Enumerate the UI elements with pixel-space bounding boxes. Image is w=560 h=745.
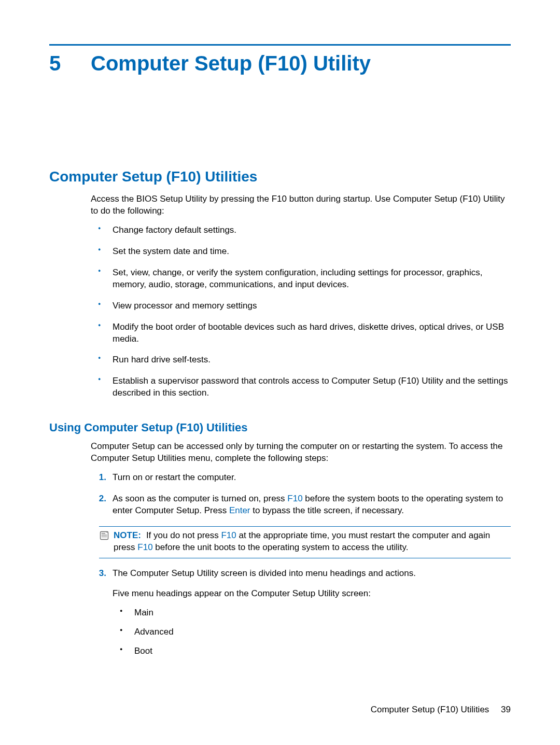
key-f10: F10 (221, 530, 236, 540)
subsection-intro: Computer Setup can be accessed only by t… (91, 441, 511, 465)
step-text: As soon as the computer is turned on, pr… (113, 494, 287, 503)
key-f10: F10 (287, 494, 302, 503)
list-item: Modify the boot order of bootable device… (91, 321, 511, 345)
step-text: Turn on or restart the computer. (113, 472, 236, 482)
step-item: As soon as the computer is turned on, pr… (91, 493, 511, 517)
note-icon (99, 530, 109, 541)
document-page: 5 Computer Setup (F10) Utility Computer … (0, 0, 560, 745)
section-title: Computer Setup (F10) Utilities (49, 168, 511, 185)
footer-section-name: Computer Setup (F10) Utilities (371, 705, 489, 714)
list-item: Main (113, 607, 511, 619)
list-item: Boot (113, 645, 511, 657)
chapter-rule (49, 44, 511, 46)
list-item: Establish a supervisor password that con… (91, 375, 511, 399)
note-content: NOTE:If you do not press F10 at the appr… (114, 530, 511, 554)
note-label: NOTE: (114, 530, 141, 540)
key-f10: F10 (137, 542, 152, 552)
key-enter: Enter (229, 505, 250, 515)
chapter-title: Computer Setup (F10) Utility (91, 52, 371, 75)
steps-list: Turn on or restart the computer. As soon… (91, 472, 511, 526)
list-item: Set, view, change, or verify the system … (91, 267, 511, 291)
list-item: Change factory default settings. (91, 224, 511, 236)
list-item: Run hard drive self-tests. (91, 354, 511, 366)
note-block: NOTE:If you do not press F10 at the appr… (99, 526, 511, 558)
capabilities-list: Change factory default settings. Set the… (91, 224, 511, 409)
note-text: If you do not press (146, 530, 221, 540)
steps-list-continued: The Computer Setup Utility screen is div… (91, 568, 511, 667)
chapter-header: 5 Computer Setup (F10) Utility (49, 52, 511, 75)
note-text: before the unit boots to the operating s… (153, 542, 409, 552)
svg-rect-0 (101, 531, 108, 539)
step-item: Turn on or restart the computer. (91, 472, 511, 484)
step-text: to bypass the title screen, if necessary… (250, 505, 404, 515)
list-item: Advanced (113, 626, 511, 638)
subsection-title: Using Computer Setup (F10) Utilities (49, 421, 511, 434)
page-footer: Computer Setup (F10) Utilities 39 (371, 705, 511, 715)
list-item: Set the system date and time. (91, 246, 511, 258)
step-text: The Computer Setup Utility screen is div… (113, 568, 416, 578)
step-item: The Computer Setup Utility screen is div… (91, 568, 511, 657)
chapter-number: 5 (49, 52, 91, 75)
footer-page-number: 39 (501, 705, 511, 714)
menu-headings-list: Main Advanced Boot (113, 607, 511, 657)
list-item: View processor and memory settings (91, 300, 511, 312)
section-intro: Access the BIOS Setup Utility by pressin… (91, 193, 511, 217)
step-extra: Five menu headings appear on the Compute… (113, 588, 511, 600)
